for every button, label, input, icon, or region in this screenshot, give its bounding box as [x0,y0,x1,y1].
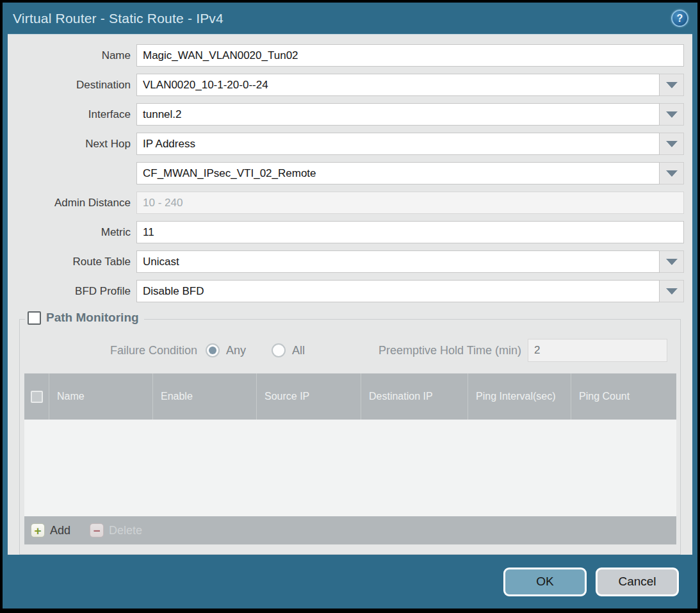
table-header-source-ip[interactable]: Source IP [256,373,361,420]
destination-label: Destination [8,74,136,96]
delete-button[interactable]: − Delete [90,523,142,537]
form-row-metric: Metric [8,221,692,243]
help-icon[interactable]: ? [671,10,688,27]
chevron-down-icon [666,111,678,118]
next-hop-address-input[interactable] [136,162,660,184]
form-row-route-table: Route Table [8,250,692,273]
delete-icon: − [90,523,104,537]
path-monitoring-title: Path Monitoring [46,311,139,325]
path-monitoring-section: Path Monitoring Failure Condition Any Al… [19,319,681,555]
admin-distance-label: Admin Distance [8,192,136,214]
chevron-down-icon [666,82,678,88]
radio-all[interactable] [272,343,286,357]
table-body-empty [24,420,676,516]
preemptive-hold-time-input[interactable] [528,339,667,362]
table-toolbar: + Add − Delete [24,516,676,544]
next-hop-type-input[interactable] [136,133,660,155]
dialog-title-bar: Virtual Router - Static Route - IPv4 ? [3,3,697,34]
form-row-bfd-profile: BFD Profile [8,280,692,302]
failure-condition-option-any: Any [206,343,246,357]
name-label: Name [8,45,136,67]
add-icon: + [31,523,45,537]
route-table-dropdown-button[interactable] [660,250,684,273]
bfd-profile-input[interactable] [136,280,660,302]
table-header-destination-ip[interactable]: Destination IP [361,373,468,420]
chevron-down-icon [666,141,678,147]
radio-all-label: All [292,344,305,357]
next-hop-label: Next Hop [8,133,136,155]
radio-any-label: Any [226,344,246,357]
add-button[interactable]: + Add [31,523,70,537]
preemptive-hold-time-group: Preemptive Hold Time (min) [378,339,667,362]
delete-button-label: Delete [109,524,142,537]
dialog-title: Virtual Router - Static Route - IPv4 [13,11,671,26]
name-input[interactable] [136,44,684,67]
destination-input[interactable] [136,74,660,96]
static-route-dialog: Virtual Router - Static Route - IPv4 ? N… [3,3,697,609]
route-table-input[interactable] [136,250,660,273]
metric-input[interactable] [136,221,684,243]
destination-dropdown-button[interactable] [660,74,684,96]
path-monitoring-checkbox[interactable] [28,311,41,325]
form-row-interface: Interface [8,103,692,126]
ok-button[interactable]: OK [503,568,587,596]
path-monitoring-table: Name Enable Source IP Destination IP Pin… [24,373,676,544]
table-header-select [24,373,49,420]
form-row-admin-distance: Admin Distance [8,192,692,214]
radio-any[interactable] [206,343,220,357]
bfd-profile-label: BFD Profile [8,281,136,302]
table-header-name[interactable]: Name [49,373,152,420]
interface-input[interactable] [136,103,660,126]
dialog-content: Name Destination Interface Next Hop [8,34,692,555]
chevron-down-icon [666,170,678,177]
table-header-ping-interval[interactable]: Ping Interval(sec) [468,373,571,420]
route-table-label: Route Table [8,251,136,273]
table-header-row: Name Enable Source IP Destination IP Pin… [24,373,676,420]
path-monitoring-legend: Path Monitoring [25,311,144,325]
admin-distance-input[interactable] [136,192,684,214]
add-button-label: Add [50,524,70,537]
failure-condition-row: Failure Condition Any All Preemptive Hol… [20,339,680,362]
failure-condition-option-all: All [272,343,305,357]
table-header-enable[interactable]: Enable [152,373,256,420]
dialog-footer: OK Cancel [3,555,697,609]
cancel-button[interactable]: Cancel [596,568,679,596]
interface-dropdown-button[interactable] [660,103,684,126]
table-header-ping-count[interactable]: Ping Count [571,373,676,420]
select-all-checkbox[interactable] [31,391,43,403]
form-row-name: Name [8,44,692,67]
metric-label: Metric [8,222,136,243]
preemptive-hold-time-label: Preemptive Hold Time (min) [378,344,521,357]
form-row-destination: Destination [8,74,692,96]
form-row-next-hop-address [8,162,692,184]
failure-condition-label: Failure Condition [20,344,197,357]
interface-label: Interface [8,104,136,126]
next-hop-address-dropdown-button[interactable] [660,162,684,184]
form-row-next-hop: Next Hop [8,133,692,155]
chevron-down-icon [666,288,678,295]
bfd-profile-dropdown-button[interactable] [660,280,684,302]
chevron-down-icon [666,259,678,265]
next-hop-type-dropdown-button[interactable] [660,133,684,155]
